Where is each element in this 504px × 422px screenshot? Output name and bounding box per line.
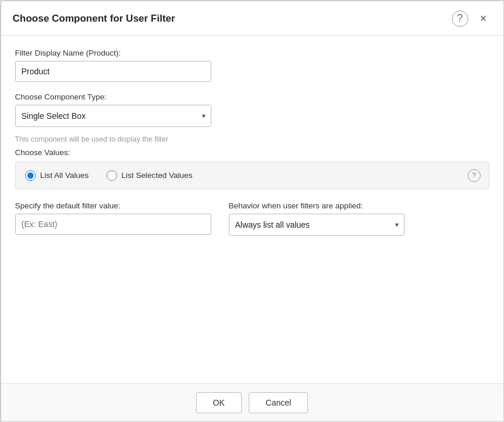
filter-display-name-group: Filter Display Name (Product): — [15, 49, 489, 82]
behavior-label: Behavior when user filters are applied: — [229, 201, 404, 210]
dialog-title: Choose Component for User Filter — [13, 13, 176, 25]
filter-display-name-input[interactable] — [15, 61, 211, 82]
default-filter-value-label: Specify the default filter value: — [15, 201, 211, 210]
radio-group-help-button[interactable]: ? — [468, 169, 481, 182]
default-filter-value-input[interactable] — [15, 214, 211, 235]
radio-option-list-all[interactable]: List All Values — [25, 170, 89, 181]
dialog-body: Filter Display Name (Product): Choose Co… — [1, 36, 503, 383]
dialog-footer: OK Cancel — [1, 383, 503, 421]
dialog: Choose Component for User Filter ? × Fil… — [1, 1, 504, 422]
header-actions: ? × — [452, 11, 492, 27]
behavior-group: Behavior when user filters are applied: … — [229, 201, 404, 236]
ok-button[interactable]: OK — [196, 392, 242, 413]
component-type-select-wrapper: Single Select Box Multi Select Box Text … — [15, 105, 211, 127]
component-type-group: Choose Component Type: Single Select Box… — [15, 92, 489, 127]
hint-text: This component will be used to display t… — [15, 135, 489, 143]
dialog-header: Choose Component for User Filter ? × — [1, 1, 503, 36]
choose-values-group: Choose Values: List All Values List Sele… — [15, 148, 489, 190]
component-type-select[interactable]: Single Select Box Multi Select Box Text … — [15, 105, 211, 127]
behavior-select[interactable]: Always list all values List only filtere… — [229, 214, 404, 236]
behavior-select-wrapper: Always list all values List only filtere… — [229, 214, 404, 236]
radio-list-selected-input[interactable] — [107, 170, 117, 181]
radio-list-selected-label: List Selected Values — [122, 171, 193, 180]
radio-group: List All Values List Selected Values ? — [15, 162, 489, 190]
radio-list-all-label: List All Values — [40, 171, 89, 180]
component-type-label: Choose Component Type: — [15, 92, 489, 101]
help-button[interactable]: ? — [452, 11, 468, 27]
radio-list-all-input[interactable] — [25, 170, 36, 181]
cancel-button[interactable]: Cancel — [249, 392, 308, 413]
close-button[interactable]: × — [475, 11, 492, 27]
default-filter-value-group: Specify the default filter value: — [15, 201, 211, 236]
radio-option-list-selected[interactable]: List Selected Values — [107, 170, 193, 181]
two-col-section: Specify the default filter value: Behavi… — [15, 201, 489, 246]
filter-display-name-label: Filter Display Name (Product): — [15, 49, 489, 57]
choose-values-label: Choose Values: — [15, 148, 489, 157]
